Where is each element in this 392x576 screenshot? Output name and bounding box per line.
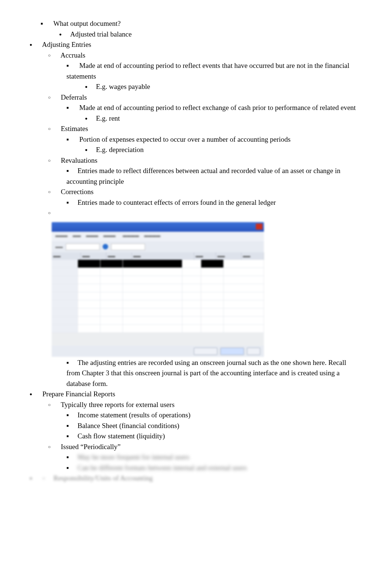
outline-item: ○Responsibility/Units of Accounting — [30, 473, 359, 484]
list-level-3: Made at end of accounting period to refl… — [48, 103, 359, 124]
close-icon — [256, 224, 262, 230]
table-row — [52, 292, 264, 300]
item-text: ▬▬▬▬▬▬▬▬▬▬▬ ▬▬▬▬▬▬▬▬ ▬▬ ▬▬▬▬▬▬▬▬▬▬▬▬▬▬ — [48, 222, 359, 357]
item-text: Entries made to counteract effects of er… — [78, 199, 276, 206]
list-level-3: Income statement (results of operations)… — [48, 410, 359, 442]
table-header: ▬▬▬▬▬▬▬▬▬▬▬▬▬▬ — [52, 252, 264, 260]
window-footer — [52, 346, 264, 357]
journal-screenshot: ▬▬▬▬▬▬▬▬▬▬▬ ▬▬▬▬▬▬▬▬ ▬▬ ▬▬▬▬▬▬▬▬▬▬▬▬▬▬ — [52, 222, 264, 357]
item-text: Cash flow statement (liquidity) — [78, 432, 165, 440]
item-text: Accruals — [61, 51, 86, 59]
outline-item: E.g. depreciation — [85, 145, 359, 155]
outline-item: E.g. rent — [85, 113, 359, 124]
list-level-3: Made at end of accounting period to refl… — [48, 61, 359, 92]
item-text: Responsibility/Units of Accounting — [54, 474, 153, 482]
outline-item: Income statement (results of operations) — [66, 410, 359, 421]
outline-item: Balance Sheet (financial conditions) — [66, 421, 359, 431]
item-text: Income statement (results of operations) — [78, 411, 190, 419]
list-level-2: Accruals Made at end of accounting perio… — [30, 50, 359, 389]
table-row — [52, 276, 264, 284]
outline-item: Adjusting Entries Accruals Made at end o… — [30, 39, 359, 389]
item-text: Deferrals — [61, 93, 87, 101]
item-text: E.g. wages payable — [96, 83, 150, 90]
table-row — [52, 284, 264, 292]
table-row — [52, 300, 264, 308]
table-row — [52, 268, 264, 276]
outline-item: Portion of expenses expected to occur ov… — [66, 134, 359, 155]
outline-item: E.g. wages payable — [85, 82, 359, 92]
outline-item: The adjusting entries are recorded using… — [66, 358, 359, 389]
list-level-4: E.g. wages payable — [66, 82, 359, 92]
item-text: Prepare Financial Reports — [42, 390, 115, 398]
window-toolbar: ▬▬ — [52, 241, 264, 252]
list-level-1: Adjusting Entries Accruals Made at end o… — [22, 39, 359, 484]
outline-item: Adjusted trial balance — [59, 29, 359, 40]
outline-item: Deferrals Made at end of accounting peri… — [48, 92, 359, 124]
outline-item-image: ▬▬▬▬▬▬▬▬▬▬▬ ▬▬▬▬▬▬▬▬ ▬▬ ▬▬▬▬▬▬▬▬▬▬▬▬▬▬ — [48, 208, 359, 389]
item-text: Issued “Periodically” — [61, 443, 121, 451]
list-level-3: Entries made to reflect differences betw… — [48, 166, 359, 187]
item-text: Can be different formats between interna… — [78, 464, 247, 472]
outline-item: May be more frequent for internal users — [66, 452, 359, 463]
outline-item: Typically three reports for external use… — [48, 400, 359, 442]
item-text: Made at end of accounting period to refl… — [66, 62, 349, 80]
outline-item: Corrections Entries made to counteract e… — [48, 187, 359, 208]
item-text: Corrections — [61, 188, 94, 196]
item-text: E.g. depreciation — [96, 146, 144, 154]
window-menubar: ▬▬▬▬▬▬▬▬▬▬▬ ▬▬▬▬▬▬▬▬ — [52, 232, 264, 241]
item-text: Entries made to reflect differences betw… — [66, 167, 340, 185]
item-text: Adjusting Entries — [42, 41, 92, 48]
table-row — [52, 308, 264, 317]
outline-item: Prepare Financial Reports Typically thre… — [30, 389, 359, 473]
item-text: Balance Sheet (financial conditions) — [78, 422, 179, 430]
outline-item: Issued “Periodically” May be more freque… — [48, 442, 359, 473]
list-level-4: E.g. depreciation — [66, 145, 359, 155]
item-text: What output document? — [53, 20, 121, 27]
item-text: Adjusted trial balance — [70, 30, 132, 38]
list-level-4: Adjusted trial balance — [41, 29, 359, 40]
window-titlebar — [52, 222, 264, 232]
outline-item: Made at end of accounting period to refl… — [66, 61, 359, 92]
outline-item: Entries made to counteract effects of er… — [66, 197, 359, 208]
item-text: Typically three reports for external use… — [61, 401, 174, 408]
outline-item: Can be different formats between interna… — [66, 463, 359, 473]
outline-item: Made at end of accounting period to refl… — [66, 103, 359, 124]
item-text: The adjusting entries are recorded using… — [66, 359, 346, 387]
list-level-2: Typically three reports for external use… — [30, 400, 359, 473]
list-level-3: The adjusting entries are recorded using… — [48, 358, 359, 389]
list-level-3: What output document? Adjusted trial bal… — [22, 18, 359, 39]
item-text: E.g. rent — [96, 114, 120, 122]
item-text: Estimates — [61, 125, 88, 132]
outline-item: Accruals Made at end of accounting perio… — [48, 50, 359, 92]
list-level-3: May be more frequent for internal users … — [48, 452, 359, 473]
outline-item: Entries made to reflect differences betw… — [66, 166, 359, 187]
table-row — [52, 325, 264, 333]
item-text: Made at end of accounting period to refl… — [79, 104, 356, 111]
list-level-3: Entries made to counteract effects of er… — [48, 197, 359, 208]
outline-item: Cash flow statement (liquidity) — [66, 431, 359, 442]
table-row — [52, 317, 264, 325]
outline-item: What output document? Adjusted trial bal… — [41, 18, 359, 39]
list-level-4: E.g. rent — [66, 113, 359, 124]
table-row — [52, 260, 264, 268]
item-text: Portion of expenses expected to occur ov… — [79, 135, 290, 143]
list-level-3: Portion of expenses expected to occur ov… — [48, 134, 359, 155]
outline-item: Estimates Portion of expenses expected t… — [48, 124, 359, 155]
item-text: May be more frequent for internal users — [78, 453, 189, 461]
outline-item: Revaluations Entries made to reflect dif… — [48, 155, 359, 187]
item-text: Revaluations — [61, 156, 97, 164]
